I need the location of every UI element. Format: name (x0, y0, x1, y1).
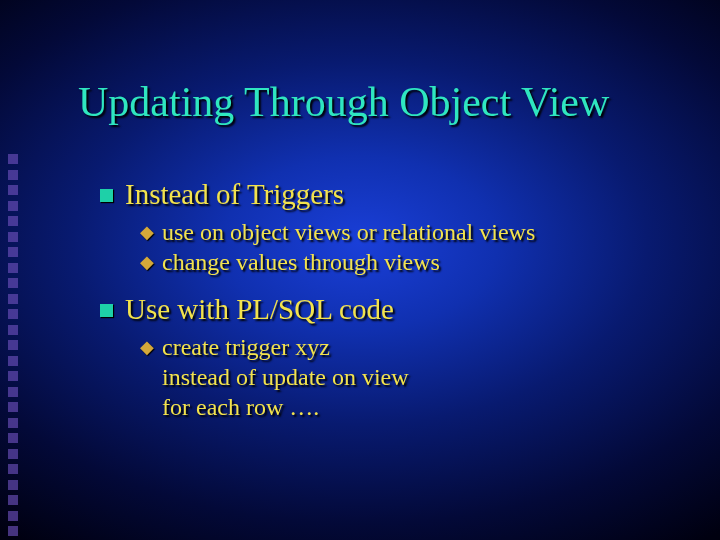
bullet-level1: Use with PL/SQL code (100, 293, 660, 326)
bullet-text: change values through views (162, 247, 660, 277)
bullet-text: use on object views or relational views (162, 217, 660, 247)
decorative-squares (8, 154, 18, 536)
bullet-level2: ◆ change values through views (140, 247, 660, 277)
bullet-level2: ◆ create trigger xyz instead of update o… (140, 332, 660, 422)
bullet-level1: Instead of Triggers (100, 178, 660, 211)
square-bullet-icon (100, 189, 113, 202)
bullet-text: Instead of Triggers (125, 178, 344, 211)
square-bullet-icon (100, 304, 113, 317)
bullet-level2: ◆ use on object views or relational view… (140, 217, 660, 247)
slide: Updating Through Object View Instead of … (0, 0, 720, 540)
diamond-bullet-icon: ◆ (140, 336, 154, 359)
bullet-text: Use with PL/SQL code (125, 293, 394, 326)
slide-title: Updating Through Object View (78, 78, 609, 126)
slide-body: Instead of Triggers ◆ use on object view… (100, 178, 660, 438)
diamond-bullet-icon: ◆ (140, 221, 154, 244)
bullet-text: create trigger xyz instead of update on … (162, 332, 660, 422)
diamond-bullet-icon: ◆ (140, 251, 154, 274)
